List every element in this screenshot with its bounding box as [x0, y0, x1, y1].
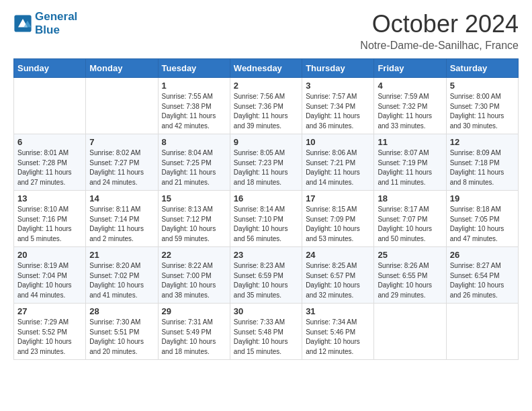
day-number: 19 [450, 193, 515, 203]
day-number: 20 [17, 250, 82, 260]
day-info: Sunrise: 8:19 AM Sunset: 7:04 PM Dayligh… [17, 261, 82, 300]
day-number: 7 [89, 137, 154, 147]
calendar-table: SundayMondayTuesdayWednesdayThursdayFrid… [13, 58, 519, 360]
calendar-cell: 9Sunrise: 8:05 AM Sunset: 7:23 PM Daylig… [230, 134, 302, 191]
weekday-header-sunday: Sunday [14, 59, 86, 78]
day-info: Sunrise: 7:34 AM Sunset: 5:46 PM Dayligh… [306, 318, 370, 357]
day-number: 4 [378, 81, 442, 91]
week-row-0: 1Sunrise: 7:55 AM Sunset: 7:38 PM Daylig… [14, 78, 519, 134]
day-number: 2 [234, 81, 298, 91]
day-number: 3 [306, 81, 370, 91]
month-title: October 2024 [360, 10, 519, 38]
day-info: Sunrise: 8:17 AM Sunset: 7:07 PM Dayligh… [378, 205, 442, 244]
day-number: 10 [306, 137, 370, 147]
weekday-header-friday: Friday [374, 59, 446, 78]
day-number: 1 [162, 81, 226, 91]
calendar-cell: 31Sunrise: 7:34 AM Sunset: 5:46 PM Dayli… [302, 304, 374, 360]
weekday-header-wednesday: Wednesday [230, 59, 302, 78]
weekday-header-row: SundayMondayTuesdayWednesdayThursdayFrid… [14, 59, 519, 78]
week-row-3: 20Sunrise: 8:19 AM Sunset: 7:04 PM Dayli… [14, 247, 519, 304]
day-info: Sunrise: 8:09 AM Sunset: 7:18 PM Dayligh… [450, 148, 515, 187]
day-info: Sunrise: 8:15 AM Sunset: 7:09 PM Dayligh… [306, 205, 370, 244]
calendar-cell [374, 304, 446, 360]
day-number: 28 [89, 306, 154, 316]
day-info: Sunrise: 7:31 AM Sunset: 5:49 PM Dayligh… [162, 318, 226, 357]
day-number: 6 [17, 137, 82, 147]
day-number: 21 [89, 250, 154, 260]
calendar-cell: 23Sunrise: 8:23 AM Sunset: 6:59 PM Dayli… [230, 247, 302, 304]
calendar-page: General Blue October 2024 Notre-Dame-de-… [0, 0, 532, 370]
logo-icon [13, 14, 32, 33]
weekday-header-thursday: Thursday [302, 59, 374, 78]
day-info: Sunrise: 8:01 AM Sunset: 7:28 PM Dayligh… [17, 148, 82, 187]
calendar-cell: 19Sunrise: 8:18 AM Sunset: 7:05 PM Dayli… [446, 191, 518, 247]
calendar-cell: 11Sunrise: 8:07 AM Sunset: 7:19 PM Dayli… [374, 134, 446, 191]
day-number: 22 [162, 250, 226, 260]
day-info: Sunrise: 7:55 AM Sunset: 7:38 PM Dayligh… [162, 92, 226, 131]
day-info: Sunrise: 8:27 AM Sunset: 6:54 PM Dayligh… [450, 261, 515, 300]
calendar-cell: 3Sunrise: 7:57 AM Sunset: 7:34 PM Daylig… [302, 78, 374, 134]
calendar-cell: 12Sunrise: 8:09 AM Sunset: 7:18 PM Dayli… [446, 134, 518, 191]
day-info: Sunrise: 8:11 AM Sunset: 7:14 PM Dayligh… [89, 205, 154, 244]
day-info: Sunrise: 7:59 AM Sunset: 7:32 PM Dayligh… [378, 92, 442, 131]
day-info: Sunrise: 8:20 AM Sunset: 7:02 PM Dayligh… [89, 261, 154, 300]
calendar-cell: 10Sunrise: 8:06 AM Sunset: 7:21 PM Dayli… [302, 134, 374, 191]
day-info: Sunrise: 8:25 AM Sunset: 6:57 PM Dayligh… [306, 261, 370, 300]
calendar-cell: 1Sunrise: 7:55 AM Sunset: 7:38 PM Daylig… [158, 78, 230, 134]
calendar-cell: 26Sunrise: 8:27 AM Sunset: 6:54 PM Dayli… [446, 247, 518, 304]
calendar-cell: 2Sunrise: 7:56 AM Sunset: 7:36 PM Daylig… [230, 78, 302, 134]
calendar-cell: 13Sunrise: 8:10 AM Sunset: 7:16 PM Dayli… [14, 191, 86, 247]
calendar-cell: 21Sunrise: 8:20 AM Sunset: 7:02 PM Dayli… [86, 247, 158, 304]
calendar-cell: 8Sunrise: 8:04 AM Sunset: 7:25 PM Daylig… [158, 134, 230, 191]
day-number: 9 [234, 137, 298, 147]
calendar-cell: 22Sunrise: 8:22 AM Sunset: 7:00 PM Dayli… [158, 247, 230, 304]
calendar-cell: 20Sunrise: 8:19 AM Sunset: 7:04 PM Dayli… [14, 247, 86, 304]
day-info: Sunrise: 8:22 AM Sunset: 7:00 PM Dayligh… [162, 261, 226, 300]
day-info: Sunrise: 8:06 AM Sunset: 7:21 PM Dayligh… [306, 148, 370, 187]
weekday-header-tuesday: Tuesday [158, 59, 230, 78]
day-number: 18 [378, 193, 442, 203]
day-number: 24 [306, 250, 370, 260]
calendar-cell [446, 304, 518, 360]
week-row-1: 6Sunrise: 8:01 AM Sunset: 7:28 PM Daylig… [14, 134, 519, 191]
day-number: 8 [162, 137, 226, 147]
weekday-header-monday: Monday [86, 59, 158, 78]
day-number: 17 [306, 193, 370, 203]
day-number: 27 [17, 306, 82, 316]
day-number: 31 [306, 306, 370, 316]
day-number: 12 [450, 137, 515, 147]
calendar-cell: 27Sunrise: 7:29 AM Sunset: 5:52 PM Dayli… [14, 304, 86, 360]
calendar-cell: 16Sunrise: 8:14 AM Sunset: 7:10 PM Dayli… [230, 191, 302, 247]
calendar-cell: 30Sunrise: 7:33 AM Sunset: 5:48 PM Dayli… [230, 304, 302, 360]
logo: General Blue [13, 10, 77, 37]
day-info: Sunrise: 7:57 AM Sunset: 7:34 PM Dayligh… [306, 92, 370, 131]
day-number: 25 [378, 250, 442, 260]
calendar-cell: 18Sunrise: 8:17 AM Sunset: 7:07 PM Dayli… [374, 191, 446, 247]
day-info: Sunrise: 7:56 AM Sunset: 7:36 PM Dayligh… [234, 92, 298, 131]
week-row-2: 13Sunrise: 8:10 AM Sunset: 7:16 PM Dayli… [14, 191, 519, 247]
day-info: Sunrise: 7:33 AM Sunset: 5:48 PM Dayligh… [234, 318, 298, 357]
calendar-cell: 6Sunrise: 8:01 AM Sunset: 7:28 PM Daylig… [14, 134, 86, 191]
calendar-cell: 15Sunrise: 8:13 AM Sunset: 7:12 PM Dayli… [158, 191, 230, 247]
calendar-cell: 24Sunrise: 8:25 AM Sunset: 6:57 PM Dayli… [302, 247, 374, 304]
day-info: Sunrise: 8:05 AM Sunset: 7:23 PM Dayligh… [234, 148, 298, 187]
day-number: 29 [162, 306, 226, 316]
calendar-cell: 17Sunrise: 8:15 AM Sunset: 7:09 PM Dayli… [302, 191, 374, 247]
day-info: Sunrise: 8:00 AM Sunset: 7:30 PM Dayligh… [450, 92, 515, 131]
day-info: Sunrise: 8:18 AM Sunset: 7:05 PM Dayligh… [450, 205, 515, 244]
day-info: Sunrise: 8:13 AM Sunset: 7:12 PM Dayligh… [162, 205, 226, 244]
calendar-cell [86, 78, 158, 134]
day-number: 16 [234, 193, 298, 203]
day-info: Sunrise: 7:29 AM Sunset: 5:52 PM Dayligh… [17, 318, 82, 357]
location: Notre-Dame-de-Sanilhac, France [360, 40, 519, 52]
title-block: October 2024 Notre-Dame-de-Sanilhac, Fra… [360, 10, 519, 52]
logo-text: General Blue [35, 10, 77, 37]
day-info: Sunrise: 8:10 AM Sunset: 7:16 PM Dayligh… [17, 205, 82, 244]
weekday-header-saturday: Saturday [446, 59, 518, 78]
day-info: Sunrise: 8:02 AM Sunset: 7:27 PM Dayligh… [89, 148, 154, 187]
day-info: Sunrise: 7:30 AM Sunset: 5:51 PM Dayligh… [89, 318, 154, 357]
calendar-cell: 29Sunrise: 7:31 AM Sunset: 5:49 PM Dayli… [158, 304, 230, 360]
calendar-cell: 25Sunrise: 8:26 AM Sunset: 6:55 PM Dayli… [374, 247, 446, 304]
week-row-4: 27Sunrise: 7:29 AM Sunset: 5:52 PM Dayli… [14, 304, 519, 360]
day-info: Sunrise: 8:23 AM Sunset: 6:59 PM Dayligh… [234, 261, 298, 300]
